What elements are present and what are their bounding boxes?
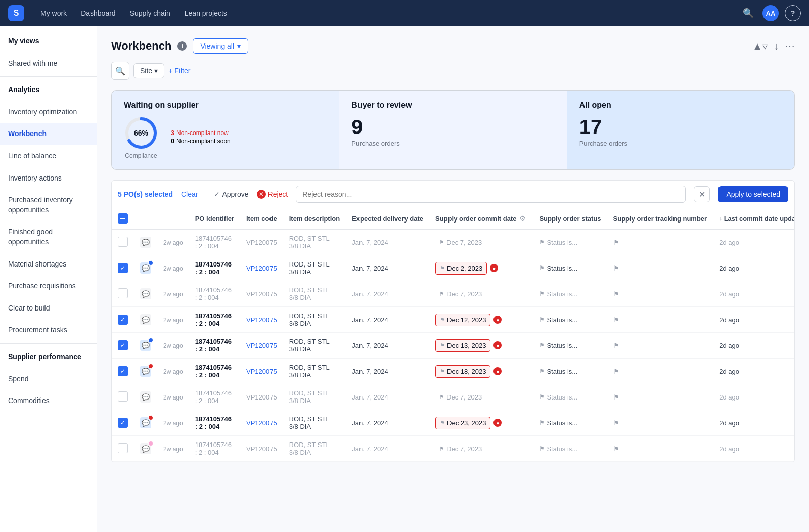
select-all-checkbox[interactable] [118,213,128,224]
message-icon[interactable]: 💬 [140,288,151,299]
download-icon[interactable]: ↓ [774,40,779,52]
sidebar-item-analytics: Analytics [0,79,97,101]
row-checkbox[interactable] [118,418,128,428]
approve-button[interactable]: ✓ Approve [214,190,248,198]
site-filter-button[interactable]: Site ▾ [133,63,164,78]
row-msg-cell: 💬 [134,255,157,281]
row-checkbox[interactable] [118,443,128,453]
nav-my-work[interactable]: My work [40,9,67,17]
th-tracking[interactable]: Supply order tracking number [607,208,713,229]
non-compliant-soon-line: 0 Non-compliant soon [168,138,231,145]
row-po-id-cell: 1874105746 : 2 : 004 [189,333,240,359]
item-code-link[interactable]: VP120075 [246,239,277,246]
upload-icon[interactable]: ▲▿ [752,40,768,52]
stat-card-all-open[interactable]: All open 17 Purchase orders [567,91,794,169]
message-icon[interactable]: 💬 [140,340,151,351]
sidebar-item-material-shortages[interactable]: Material shortages [0,253,97,276]
item-code-link[interactable]: VP120075 [246,393,277,401]
commit-date-remove-button[interactable]: ● [493,367,502,375]
info-icon[interactable]: i [177,41,187,51]
row-item-code-cell: VP120075 [240,359,283,384]
item-code-link[interactable]: VP120075 [246,342,277,349]
message-icon[interactable]: 💬 [140,314,151,325]
nav-dashboard[interactable]: Dashboard [81,9,116,17]
row-commit-date-cell: ⚑Dec 7, 2023 [429,384,533,410]
row-checkbox[interactable] [118,340,128,350]
th-item-code[interactable]: Item code [240,208,283,229]
help-icon[interactable]: ? [785,5,801,21]
row-supply-status-cell: ⚑Status is... [533,384,607,410]
more-options-icon[interactable]: ⋯ [785,40,795,52]
approve-check-icon: ✓ [214,190,220,198]
row-tracking-cell: ⚑ [607,281,713,307]
sidebar-item-spend[interactable]: Spend [0,368,97,390]
sidebar-item-workbench[interactable]: Workbench [0,123,97,145]
commit-date-remove-button[interactable]: ● [490,264,498,272]
app-logo[interactable]: S [8,5,24,21]
message-icon[interactable]: 💬 [140,366,151,377]
user-avatar[interactable]: AA [762,5,779,21]
stat-card-buyer[interactable]: Buyer to review 9 Purchase orders [339,91,567,169]
row-checkbox[interactable] [118,263,128,273]
th-commit-date[interactable]: Supply order commit date ⚙ [429,208,533,229]
th-supply-status[interactable]: Supply order status [533,208,607,229]
clear-selection-button[interactable]: Clear [181,190,198,198]
item-code-link[interactable]: VP120075 [246,264,277,272]
add-filter-button[interactable]: + Filter [168,67,190,75]
row-checkbox[interactable] [118,237,128,247]
supply-order-status: ⚑Status is... [539,419,601,427]
status-flag-icon: ⚑ [539,239,545,246]
message-icon[interactable]: 💬 [140,391,151,403]
item-description: ROD, ST STL 3/8 DIA [289,364,329,379]
message-icon[interactable]: 💬 [140,443,151,454]
th-last-update[interactable]: ↓ Last commit date update [713,208,795,229]
nav-supply-chain[interactable]: Supply chain [130,9,170,17]
commit-date-remove-button[interactable]: ● [493,341,502,349]
row-checkbox[interactable] [118,366,128,376]
th-po-identifier[interactable]: PO identifier [189,208,240,229]
commit-date-remove-button[interactable]: ● [493,316,502,324]
row-checkbox[interactable] [118,288,128,298]
row-checkbox[interactable] [118,391,128,402]
item-code-link[interactable]: VP120075 [246,419,277,427]
nav-lean-projects[interactable]: Lean projects [185,9,227,17]
sidebar-item-inventory-optimization[interactable]: Inventory optimization [0,101,97,123]
sidebar-item-clear-to-build[interactable]: Clear to build [0,297,97,320]
item-code-link[interactable]: VP120075 [246,290,277,298]
sidebar-item-line-of-balance[interactable]: Line of balance [0,145,97,167]
sidebar-item-finished-good-opportunities[interactable]: Finished good opportunities [0,221,97,253]
item-code-link[interactable]: VP120075 [246,445,277,453]
clear-input-button[interactable]: ✕ [694,186,710,202]
th-expected-delivery[interactable]: Expected delivery date [346,208,429,229]
message-icon[interactable]: 💬 [140,417,151,428]
th-item-description[interactable]: Item description [283,208,346,229]
expected-delivery-date: Jan. 7, 2024 [352,290,388,298]
stat-card-waiting[interactable]: Waiting on supplier 66% Compliance [112,91,339,169]
sidebar-item-commodities[interactable]: Commodities [0,390,97,412]
message-icon[interactable]: 💬 [140,262,151,274]
apply-to-selected-button[interactable]: Apply to selected [718,186,788,202]
sidebar-item-my-views: My views [0,30,97,53]
sidebar-item-purchase-requisitions[interactable]: Purchase requisitions [0,275,97,297]
search-button[interactable]: 🔍 [111,62,129,80]
commit-date-remove-button[interactable]: ● [493,419,502,427]
sidebar-item-inventory-actions[interactable]: Inventory actions [0,167,97,190]
row-commit-date-cell: ⚑Dec 12, 2023● [429,307,533,333]
sidebar-item-procurement-tasks[interactable]: Procurement tasks [0,319,97,341]
message-icon[interactable]: 💬 [140,237,151,248]
row-checkbox[interactable] [118,315,128,325]
item-code-link[interactable]: VP120075 [246,368,277,375]
commit-date-settings-icon[interactable]: ⚙ [518,213,527,224]
item-code-link[interactable]: VP120075 [246,316,277,324]
reject-button[interactable]: ✕ Reject [257,190,288,199]
viewing-all-button[interactable]: Viewing all ▾ [193,38,248,54]
po-identifier: 1874105746 : 2 : 004 [195,415,232,430]
search-icon[interactable]: 🔍 [740,5,756,21]
expected-delivery-date: Jan. 7, 2024 [352,445,388,453]
sidebar-item-purchased-inventory-opportunities[interactable]: Purchased inventory opportunities [0,189,97,221]
row-last-update-cell: 2d ago [713,359,795,384]
last-commit-date-update: 2d ago [719,264,739,272]
item-description: ROD, ST STL 3/8 DIA [289,338,329,353]
sidebar-item-shared-with-me[interactable]: Shared with me [0,53,97,75]
reject-reason-input[interactable] [296,186,686,203]
